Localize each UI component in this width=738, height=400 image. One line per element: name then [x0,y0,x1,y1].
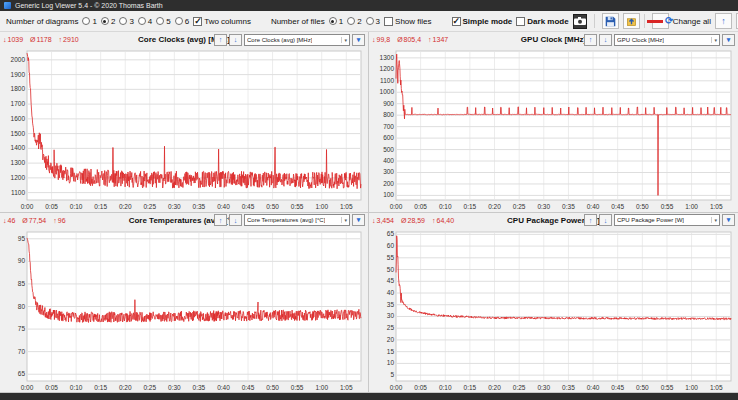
svg-text:75: 75 [18,325,26,332]
chart-panel-gpu-clock: ↓99,8 Ø805,4 ↑1347 GPU Clock [MHz] ↑ ↓ G… [369,32,738,213]
chevron-down-icon: ▾ [341,217,347,223]
screenshot-button[interactable] [573,14,587,29]
move-down-button[interactable]: ↓ [599,214,612,226]
diagram-count-option-5[interactable]: 5 [156,17,170,26]
radio-diagrams-3[interactable] [119,17,127,25]
svg-text:1600: 1600 [11,115,26,122]
radio-diagrams-2[interactable] [101,17,109,25]
svg-text:0:20: 0:20 [119,203,132,210]
move-up-button[interactable]: ↑ [584,214,597,226]
chart-panel-cpu-package-power: ↓3,454 Ø28,59 ↑64,40 CPU Package Power [… [369,213,738,394]
move-down-button[interactable]: ↓ [229,34,242,46]
move-up-button[interactable]: ↑ [584,34,597,46]
export-button[interactable] [623,13,640,29]
chevron-down-icon: ▾ [711,37,717,43]
chart-plot-gpu-clock: 0:000:050:100:150:200:250:300:350:400:45… [369,47,738,212]
svg-text:0:05: 0:05 [45,203,58,210]
two-columns-checkbox[interactable] [193,17,202,26]
svg-text:0:35: 0:35 [193,384,206,391]
svg-text:900: 900 [383,100,394,107]
stat-max-value: 96 [58,217,66,224]
metric-dropdown-button[interactable]: ▾ [722,34,735,46]
svg-text:0:35: 0:35 [193,203,206,210]
svg-text:0:40: 0:40 [217,203,230,210]
show-files-checkbox[interactable] [384,17,393,26]
move-up-button[interactable]: ↑ [214,214,227,226]
metric-select-value: GPU Clock [MHz] [617,37,664,43]
stat-avg-value: 77,54 [29,217,47,224]
svg-text:1:00: 1:00 [685,203,698,210]
svg-text:50: 50 [387,265,395,272]
arrow-up-icon: ↑ [589,36,593,43]
radio-diagrams-4[interactable] [138,17,146,25]
metric-select[interactable]: CPU Package Power [W] ▾ [614,214,720,226]
min-arrow-icon: ↓ [3,217,7,224]
change-all-up-button[interactable]: ↑ [715,13,732,29]
radio-diagrams-6[interactable] [175,17,183,25]
svg-text:0:45: 0:45 [611,203,624,210]
window-title: Generic Log Viewer 5.4 - © 2020 Thomas B… [15,0,163,11]
dark-mode-toggle[interactable]: Dark mode [516,17,568,26]
svg-text:0:15: 0:15 [464,384,477,391]
svg-text:0:05: 0:05 [45,384,58,391]
show-files-toggle[interactable]: Show files [384,17,431,26]
file-count-option-3[interactable]: 3 [366,17,380,26]
svg-text:1900: 1900 [11,71,26,78]
diagram-count-option-6[interactable]: 6 [175,17,189,26]
move-down-button[interactable]: ↓ [229,214,242,226]
stat-min-value: 99,8 [377,36,391,43]
move-up-button[interactable]: ↑ [214,34,227,46]
svg-text:0:25: 0:25 [513,203,526,210]
line-style-refresh-button[interactable]: ⟳ [652,13,669,29]
metric-select[interactable]: Core Clocks (avg) [MHz] ▾ [244,34,350,46]
max-arrow-icon: ↑ [428,36,432,43]
svg-text:1100: 1100 [11,189,25,196]
diagram-count-option-4[interactable]: 4 [138,17,152,26]
chart-header: ↓1039 Ø1178 ↑2910 Core Clocks (avg) [MHz… [0,32,368,47]
window-bottom-edge [0,393,738,400]
svg-text:0:20: 0:20 [119,384,132,391]
svg-text:1100: 1100 [380,77,394,84]
stat-min-value: 46 [8,217,16,224]
diagram-count-option-2[interactable]: 2 [101,17,115,26]
metric-dropdown-button[interactable]: ▾ [722,214,735,226]
diagram-count-option-1[interactable]: 1 [82,17,96,26]
radio-files-2[interactable] [347,17,355,25]
chart-header: ↓99,8 Ø805,4 ↑1347 GPU Clock [MHz] ↑ ↓ G… [369,32,738,47]
file-count-option-2[interactable]: 2 [347,17,361,26]
file-count-option-1[interactable]: 1 [329,17,343,26]
metric-select[interactable]: Core Temperatures (avg) [°C] ▾ [244,214,350,226]
svg-text:1000: 1000 [380,88,395,95]
metric-select[interactable]: GPU Clock [MHz] ▾ [614,34,720,46]
simple-mode-checkbox[interactable] [452,17,461,26]
move-down-button[interactable]: ↓ [599,34,612,46]
dark-mode-checkbox[interactable] [516,17,525,26]
metric-dropdown-button[interactable]: ▾ [352,34,365,46]
svg-text:0:10: 0:10 [439,384,452,391]
svg-text:0:00: 0:00 [390,384,403,391]
save-button[interactable] [602,13,619,29]
radio-label: 2 [357,17,361,26]
arrow-down-icon: ↓ [234,217,238,224]
chart-stats: ↓1039 Ø1178 ↑2910 [3,36,79,43]
radio-files-1[interactable] [329,17,337,25]
chart-plot-core-temperatures: 0:000:050:100:150:200:250:300:350:400:45… [0,228,368,393]
svg-text:0:15: 0:15 [94,203,107,210]
diagram-count-option-3[interactable]: 3 [119,17,133,26]
radio-files-3[interactable] [366,17,374,25]
svg-text:70: 70 [18,347,26,354]
two-columns-toggle[interactable]: Two columns [193,17,251,26]
svg-text:15: 15 [387,347,395,354]
simple-mode-toggle[interactable]: Simple mode [452,17,513,26]
svg-text:1300: 1300 [11,159,26,166]
radio-diagrams-1[interactable] [82,17,90,25]
simple-mode-label: Simple mode [463,17,513,26]
svg-text:500: 500 [383,146,394,153]
radio-diagrams-5[interactable] [156,17,164,25]
svg-text:0:20: 0:20 [488,384,501,391]
svg-text:0:40: 0:40 [587,384,600,391]
svg-text:1700: 1700 [11,100,26,107]
stat-avg-value: 28,59 [407,217,425,224]
svg-text:45: 45 [387,277,395,284]
metric-dropdown-button[interactable]: ▾ [352,214,365,226]
